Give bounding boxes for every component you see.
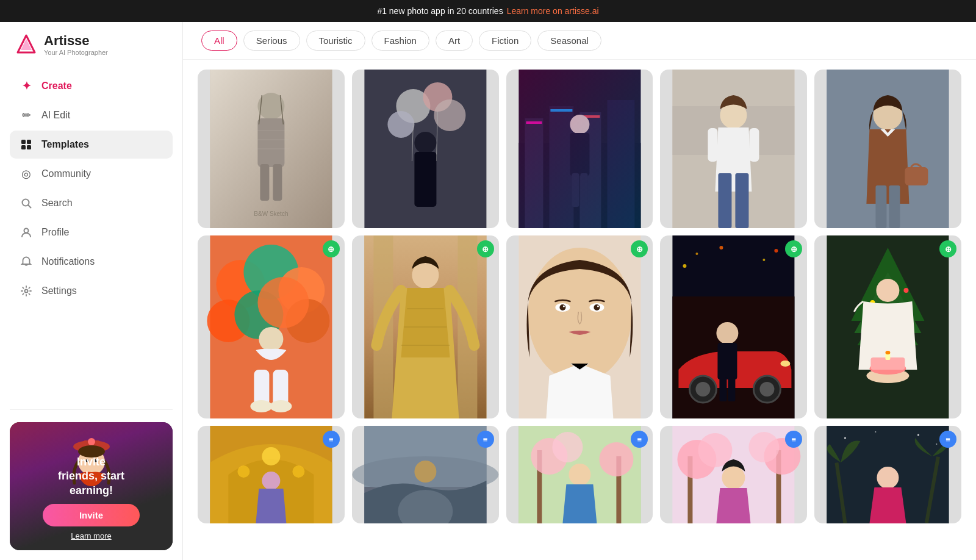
gallery-grid: B&W Sketch: [198, 70, 961, 523]
sidebar: Artisse Your AI Photographer ✦ Create ✏ …: [0, 22, 183, 560]
gallery-item[interactable]: ≡: [660, 426, 807, 523]
svg-line-7: [29, 206, 31, 208]
sidebar-label-notifications: Notifications: [41, 256, 95, 267]
svg-rect-134: [210, 426, 332, 523]
svg-point-77: [250, 400, 272, 412]
gallery-item[interactable]: B&W Sketch: [198, 70, 345, 228]
gallery-item[interactable]: [506, 70, 653, 228]
svg-point-111: [763, 259, 766, 261]
svg-rect-37: [414, 152, 436, 207]
svg-rect-57: [736, 173, 749, 228]
svg-point-109: [696, 253, 698, 255]
sidebar-item-community[interactable]: ◎ Community: [10, 160, 173, 188]
badge-coin: ⊕: [477, 240, 494, 257]
gallery-item[interactable]: [352, 70, 499, 228]
svg-point-159: [844, 437, 846, 439]
filter-art[interactable]: Art: [436, 31, 473, 51]
svg-point-9: [25, 290, 28, 293]
svg-point-100: [696, 382, 711, 397]
ai-edit-icon: ✏: [20, 109, 33, 122]
svg-point-155: [749, 432, 780, 462]
gallery-item[interactable]: ⊕: [352, 235, 499, 418]
svg-point-147: [599, 442, 633, 476]
sidebar-item-notifications[interactable]: Notifications: [10, 248, 173, 276]
filter-all[interactable]: All: [201, 31, 237, 51]
filter-fiction[interactable]: Fiction: [479, 31, 531, 51]
svg-point-92: [559, 304, 565, 311]
svg-rect-2: [21, 140, 26, 144]
logo-icon: [15, 33, 38, 56]
gallery-item[interactable]: [814, 70, 961, 228]
sidebar-item-create[interactable]: ✦ Create: [10, 72, 173, 100]
banner-link[interactable]: Learn more on artisse.ai: [507, 6, 599, 16]
filter-seasonal[interactable]: Seasonal: [537, 31, 601, 51]
sidebar-label-create: Create: [41, 81, 72, 92]
svg-point-78: [270, 400, 292, 412]
gallery-item[interactable]: ≡: [352, 426, 499, 523]
sidebar-label-profile: Profile: [41, 227, 69, 238]
gallery-item[interactable]: ⊕: [814, 235, 961, 418]
svg-point-139: [414, 461, 436, 483]
top-banner: #1 new photo app in 20 countries Learn m…: [0, 0, 976, 22]
sidebar-label-settings: Settings: [41, 285, 77, 296]
svg-point-33: [434, 99, 465, 131]
svg-point-128: [886, 351, 891, 354]
main-content: All Serious Touristic Fashion Art Fictio…: [183, 22, 976, 560]
app-layout: Artisse Your AI Photographer ✦ Create ✏ …: [0, 22, 976, 560]
profile-icon: [20, 226, 33, 239]
logo-area: Artisse Your AI Photographer: [0, 22, 182, 67]
filter-serious[interactable]: Serious: [243, 31, 300, 51]
sidebar-item-settings[interactable]: Settings: [10, 277, 173, 305]
gallery-item[interactable]: ⊕: [198, 235, 345, 418]
badge-coin: ≡: [477, 431, 494, 448]
svg-point-146: [552, 432, 583, 462]
gallery-item[interactable]: ⊕: [660, 235, 807, 418]
svg-rect-56: [719, 173, 732, 228]
create-icon: ✦: [20, 79, 33, 93]
svg-point-148: [569, 464, 590, 486]
nav-list: ✦ Create ✏ AI Edit Templates: [0, 67, 182, 407]
sidebar-item-search[interactable]: Search: [10, 189, 173, 217]
gallery-item[interactable]: ≡: [506, 426, 653, 523]
sidebar-label-templates: Templates: [41, 139, 89, 150]
sidebar-item-templates[interactable]: Templates: [10, 131, 173, 159]
logo-name: Artisse: [44, 33, 108, 49]
svg-rect-5: [27, 145, 31, 149]
gallery-item[interactable]: ≡: [198, 426, 345, 523]
filter-fashion[interactable]: Fashion: [371, 31, 429, 51]
gallery-item[interactable]: ≡: [814, 426, 961, 523]
svg-point-161: [917, 434, 919, 436]
badge-coin: ⊕: [939, 240, 956, 257]
search-icon: [20, 196, 33, 210]
svg-point-32: [387, 111, 414, 138]
svg-rect-4: [21, 145, 26, 149]
svg-point-162: [936, 443, 938, 445]
svg-rect-51: [518, 70, 640, 228]
svg-rect-22: [273, 164, 282, 201]
sidebar-label-community: Community: [41, 168, 91, 179]
promo-text: Invite friends, start earning!: [58, 455, 124, 498]
filter-touristic[interactable]: Touristic: [306, 31, 365, 51]
banner-text: #1 new photo app in 20 countries: [377, 6, 503, 16]
svg-point-95: [594, 304, 600, 311]
svg-text:B&W Sketch: B&W Sketch: [254, 210, 288, 217]
promo-learn-more[interactable]: Learn more: [71, 531, 111, 540]
sidebar-label-ai-edit: AI Edit: [41, 110, 70, 121]
sidebar-divider: [10, 409, 173, 410]
sidebar-item-profile[interactable]: Profile: [10, 218, 173, 246]
sidebar-label-search: Search: [41, 198, 73, 209]
svg-point-93: [562, 306, 564, 307]
svg-rect-58: [708, 128, 718, 162]
svg-point-118: [904, 288, 909, 293]
promo-invite-button[interactable]: Invite: [43, 504, 140, 526]
gallery-item[interactable]: ⊕: [506, 235, 653, 418]
svg-point-165: [877, 467, 899, 489]
templates-icon: [20, 138, 33, 151]
gallery-item[interactable]: [660, 70, 807, 228]
svg-rect-20: [257, 118, 284, 167]
svg-point-74: [259, 327, 283, 351]
sidebar-item-ai-edit[interactable]: ✏ AI Edit: [10, 101, 173, 129]
svg-point-103: [781, 361, 791, 367]
badge-coin: ⊕: [785, 240, 802, 257]
gallery-area: B&W Sketch: [183, 60, 976, 560]
